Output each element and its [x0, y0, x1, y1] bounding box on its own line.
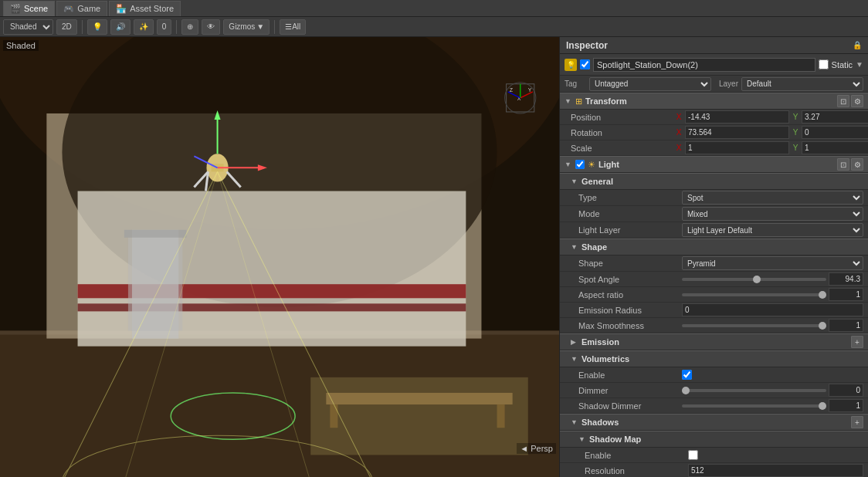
rot-y-label: Y [791, 128, 800, 137]
shape-dropdown[interactable]: Pyramid [682, 256, 863, 270]
emission-section-btns: + [851, 336, 863, 348]
shadows-subsection-header[interactable]: ▼ Shadows + [560, 414, 868, 431]
general-subsection-header[interactable]: ▼ General [560, 173, 868, 190]
shadow-dimmer-row: Shadow Dimmer [560, 398, 868, 414]
pos-y-input[interactable] [802, 110, 868, 123]
object-name-input[interactable] [593, 58, 815, 72]
search-button[interactable]: ☰All [280, 19, 306, 35]
tag-select[interactable]: Untagged [589, 77, 711, 91]
viewport-label: Shaded [3, 40, 39, 51]
dimmer-value [682, 384, 863, 397]
twod-button[interactable]: 2D [56, 19, 77, 35]
volumetrics-enable-checkbox[interactable] [682, 370, 692, 380]
shadow-map-header[interactable]: ▼ Shadow Map [560, 431, 868, 448]
general-title: General [581, 177, 863, 186]
view-button[interactable]: 👁 [202, 19, 220, 35]
emission-add-btn[interactable]: + [851, 336, 863, 348]
light-layer-value: Light Layer Default [682, 223, 863, 237]
main-content: Shaded [0, 37, 868, 477]
svg-rect-11 [330, 404, 337, 428]
svg-rect-10 [326, 393, 512, 404]
aspect-ratio-slider[interactable] [682, 293, 826, 296]
light-section-header[interactable]: ▼ ☀ Light ⊡ ⚙ [560, 156, 868, 173]
light-bulb-icon: ☀ [588, 160, 595, 170]
resolution-row: Resolution [560, 463, 868, 477]
fx-button[interactable]: ✨ [134, 19, 154, 35]
shadows-add-btn[interactable]: + [851, 416, 863, 428]
static-label: Static [832, 60, 853, 69]
volumetrics-subsection-header[interactable]: ▼ Volumetrics [560, 350, 868, 367]
transform-copy-btn[interactable]: ⊡ [837, 95, 849, 107]
spot-angle-input[interactable] [829, 272, 863, 286]
transform-settings-btn[interactable]: ⚙ [851, 95, 863, 107]
tab-asset-store[interactable]: 🏪 Asset Store [109, 1, 181, 16]
emission-subsection-header[interactable]: ▶ Emission + [560, 333, 868, 350]
rot-x-input[interactable] [685, 126, 789, 139]
transform-button[interactable]: ⊕ [181, 19, 198, 35]
static-checkbox[interactable] [819, 59, 829, 69]
shadows-arrow-icon: ▼ [571, 418, 578, 426]
resolution-value [688, 464, 863, 477]
inspector-header: Inspector 🔒 [560, 37, 868, 54]
light-arrow-icon: ▼ [565, 161, 572, 168]
emission-radius-input[interactable] [682, 303, 863, 316]
dimmer-input[interactable] [829, 384, 863, 397]
mode-dropdown[interactable]: Mixed [682, 207, 863, 221]
light-copy-btn[interactable]: ⊡ [837, 158, 849, 171]
type-row: Type Spot [560, 190, 868, 206]
light-layer-dropdown[interactable]: Light Layer Default [682, 223, 863, 237]
light-settings-btn[interactable]: ⚙ [851, 158, 863, 171]
rotation-label: Rotation [571, 128, 671, 137]
svg-text:Y: Y [528, 87, 532, 93]
position-value: X Y Z [674, 110, 868, 123]
shadow-dimmer-slider[interactable] [682, 404, 826, 408]
shape-title: Shape [581, 242, 863, 252]
shape-subsection-header[interactable]: ▼ Shape [560, 238, 868, 255]
scale-x-input[interactable] [685, 141, 789, 154]
shaded-select[interactable]: Shaded [3, 19, 53, 35]
viewport-scene: X Y Z [0, 37, 559, 477]
shadows-title: Shadows [581, 418, 848, 427]
type-label: Type [578, 193, 679, 202]
light-section-btns: ⊡ ⚙ [837, 158, 863, 171]
inspector-panel: Inspector 🔒 💡 Static ▼ Tag Untagged [559, 37, 868, 477]
static-arrow-icon[interactable]: ▼ [856, 60, 863, 69]
tab-scene[interactable]: 🎬 Scene [3, 1, 55, 16]
svg-rect-12 [497, 404, 505, 428]
layer-select[interactable]: Default [741, 77, 863, 91]
gizmos-button[interactable]: Gizmos ▼ [223, 19, 270, 35]
shadow-enable-row: Enable [560, 448, 868, 463]
shadow-enable-checkbox[interactable] [688, 450, 698, 460]
aspect-ratio-row: Aspect ratio [560, 287, 868, 303]
dimmer-slider[interactable] [682, 389, 826, 392]
aspect-ratio-input[interactable] [829, 288, 863, 301]
light-button[interactable]: 💡 [87, 19, 107, 35]
layer-label: Layer [719, 80, 738, 88]
shadow-dimmer-input[interactable] [829, 399, 863, 412]
pos-x-input[interactable] [685, 110, 789, 123]
emission-arrow-icon: ▶ [571, 338, 578, 346]
tab-game[interactable]: 🎮 Game [56, 1, 107, 16]
mode-label: Mode [578, 209, 679, 218]
viewport[interactable]: Shaded [0, 37, 559, 477]
audio-button[interactable]: 🔊 [110, 19, 131, 35]
resolution-input[interactable] [688, 464, 863, 477]
position-label: Position [571, 113, 671, 122]
type-dropdown[interactable]: Spot [682, 191, 863, 205]
light-active-checkbox[interactable] [575, 160, 585, 169]
inspector-lock-icon[interactable]: 🔒 [853, 41, 862, 49]
object-icon: 💡 [565, 59, 577, 71]
max-smoothness-input[interactable] [829, 319, 863, 332]
asset-store-icon: 🏪 [116, 4, 127, 14]
scale-y-input[interactable] [802, 141, 868, 154]
max-smoothness-slider[interactable] [682, 324, 826, 327]
toolbar: Shaded 2D 💡 🔊 ✨ 0 ⊕ 👁 Gizmos ▼ ☰All [0, 17, 868, 37]
spot-angle-slider[interactable] [682, 278, 826, 281]
scale-value: X Y Z [674, 141, 868, 154]
transform-section-header[interactable]: ▼ ⊞ Transform ⊡ ⚙ [560, 93, 868, 110]
rot-y-input[interactable] [802, 126, 868, 139]
counter-button[interactable]: 0 [157, 19, 172, 35]
shape-label: Shape [578, 259, 679, 268]
object-active-checkbox[interactable] [580, 59, 590, 69]
dimmer-label: Dimmer [578, 386, 679, 395]
